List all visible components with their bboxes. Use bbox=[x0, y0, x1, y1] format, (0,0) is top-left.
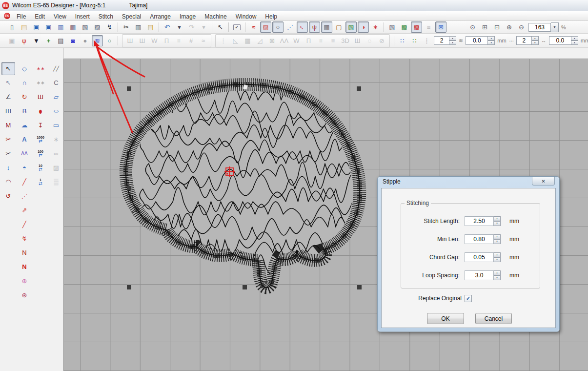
circle-fill-button[interactable]: ● bbox=[80, 35, 91, 46]
ok-button[interactable]: OK bbox=[427, 313, 464, 324]
replace-original-checkbox[interactable]: ✓ bbox=[465, 295, 472, 302]
selection-handle[interactable] bbox=[243, 285, 247, 289]
ring-shape-button[interactable]: ○ bbox=[104, 35, 115, 46]
parallel-template-tool[interactable]: ╱╱ bbox=[49, 62, 63, 75]
stitch-spacing-input-spinner[interactable]: ▴▾ bbox=[488, 36, 495, 45]
needle-exit-button[interactable]: ▼ bbox=[31, 35, 42, 46]
column-shape-tool[interactable]: ● bbox=[34, 104, 47, 118]
cut-needle-tool[interactable]: ✂ bbox=[1, 147, 15, 160]
dots-view-button[interactable]: ⋰ bbox=[284, 21, 296, 33]
scale-10-tool[interactable]: 10⇄ bbox=[34, 161, 47, 174]
close-icon[interactable]: × bbox=[532, 177, 555, 186]
stitch-length-spinner[interactable]: ▴▾ bbox=[494, 216, 501, 226]
stitch-count-input-spinner[interactable]: ▴▾ bbox=[449, 36, 456, 45]
mirror-figures-tool[interactable]: ΔΔ bbox=[18, 147, 31, 160]
reshape-tool[interactable]: ◇ bbox=[18, 62, 31, 75]
needle-points-button[interactable]: ψ bbox=[309, 21, 320, 33]
graded-arrow-button[interactable]: ↔ bbox=[297, 21, 308, 33]
show-palette-button[interactable]: ◑ bbox=[358, 21, 369, 33]
arc-template-tool[interactable]: C bbox=[49, 76, 63, 89]
chord-gap-spinner[interactable]: ▴▾ bbox=[494, 252, 501, 262]
reshape-outline-tool[interactable]: ∩ bbox=[18, 76, 31, 89]
cancel-button[interactable]: Cancel bbox=[475, 313, 512, 324]
loop-spacing-spinner[interactable]: ▴▾ bbox=[494, 270, 501, 280]
zoom-level-input-dropdown[interactable]: ▾ bbox=[551, 22, 559, 32]
polygon-select-button[interactable]: ↖ bbox=[215, 21, 226, 33]
stitch-to-machine-button[interactable]: ▨ bbox=[92, 21, 103, 33]
zoom-find-button[interactable]: ⊙ bbox=[467, 21, 478, 33]
file-open-button[interactable]: ▤ bbox=[19, 21, 30, 33]
zoom-level-input[interactable]: ▾ bbox=[528, 22, 559, 32]
select-tool[interactable]: ↖ bbox=[1, 62, 15, 75]
chord-gap-input[interactable] bbox=[465, 252, 494, 262]
motif-run-tool[interactable]: ⇗ bbox=[18, 204, 31, 217]
undo-dropdown-button[interactable]: ▾ bbox=[174, 21, 185, 33]
stitch-values-tool[interactable]: M bbox=[1, 119, 15, 132]
needle-entry-button[interactable]: ψ bbox=[19, 35, 30, 46]
stitch-spacing-input[interactable]: ▴▾ bbox=[466, 36, 495, 45]
stitch-length-input[interactable] bbox=[465, 216, 494, 226]
machine-connect-button[interactable]: ↯ bbox=[104, 21, 115, 33]
toolbar-separator[interactable]: ШШWΠ|||#≈ bbox=[122, 34, 211, 47]
closed-shape-tool[interactable]: ▱ bbox=[49, 90, 63, 103]
satin-sample-button[interactable]: ≈ bbox=[248, 21, 259, 33]
more-options-button[interactable]: ⋮ bbox=[421, 35, 432, 46]
zoom-level-input[interactable] bbox=[528, 23, 551, 32]
stipple-fill-button[interactable]: ≋ bbox=[92, 35, 103, 46]
zoom-in-button[interactable]: ⊕ bbox=[504, 21, 515, 33]
zigzag-run-tool[interactable]: Ш bbox=[1, 104, 15, 118]
add-node-button[interactable]: + bbox=[43, 35, 54, 46]
show-hoop-button[interactable]: ▢ bbox=[333, 21, 345, 33]
menu-edit[interactable]: Edit bbox=[30, 13, 49, 21]
spacing-auto-button[interactable]: ∷ bbox=[397, 35, 408, 46]
selection-handle[interactable] bbox=[127, 285, 131, 289]
lettering-tool[interactable]: A bbox=[18, 133, 31, 146]
my-threads-button[interactable]: ▩ bbox=[411, 21, 422, 33]
stitch-width-input[interactable] bbox=[549, 36, 571, 45]
outline-view-button[interactable]: ○ bbox=[272, 21, 284, 33]
scale-1000-tool[interactable]: 1000⇄ bbox=[34, 133, 47, 146]
copy-button[interactable]: ▥ bbox=[133, 21, 144, 33]
measure-tool[interactable]: ↕ bbox=[1, 161, 15, 174]
menu-window[interactable]: Window bbox=[231, 13, 261, 21]
open-path-digitize-tool[interactable]: ∠ bbox=[1, 90, 15, 103]
menu-image[interactable]: Image bbox=[175, 13, 200, 21]
menu-view[interactable]: View bbox=[49, 13, 71, 21]
lightning-stitch-tool[interactable]: ↯ bbox=[18, 232, 31, 245]
selection-handle[interactable] bbox=[357, 285, 362, 289]
file-save-button[interactable]: ▣ bbox=[31, 21, 42, 33]
menu-help[interactable]: Help bbox=[261, 13, 282, 21]
loop-spacing-input[interactable] bbox=[465, 270, 494, 280]
print-button[interactable]: ▦ bbox=[67, 21, 79, 33]
zoom-out-button[interactable]: ⊖ bbox=[516, 21, 527, 33]
stem-stitch-tool[interactable]: ╱ bbox=[18, 218, 31, 231]
thread-colors-button[interactable]: ▩ bbox=[399, 21, 410, 33]
selection-handle[interactable] bbox=[127, 86, 131, 91]
paste-button[interactable]: ▤ bbox=[145, 21, 156, 33]
undo-button[interactable]: ↶ bbox=[162, 21, 173, 33]
selection-handle[interactable] bbox=[127, 186, 131, 190]
export-machine-file-button[interactable]: ▥ bbox=[55, 21, 66, 33]
stitch-spacing-input[interactable] bbox=[466, 36, 488, 45]
repeat-count-input-spinner[interactable]: ▴▾ bbox=[532, 36, 539, 45]
orbit-ellipse-tool[interactable]: ↺ bbox=[1, 189, 15, 203]
stitch-width-input-spinner[interactable]: ▴▾ bbox=[571, 36, 578, 45]
chain-stitch-tool[interactable]: ⋰ bbox=[18, 189, 31, 203]
zigzag-column-tool[interactable]: Ш bbox=[34, 90, 47, 103]
star-circle-tool[interactable]: ⊕ bbox=[18, 274, 31, 288]
auto-apply-button[interactable]: ✓ bbox=[231, 21, 243, 33]
lettering-off-tool[interactable]: B bbox=[18, 104, 31, 118]
sequence-list-button[interactable]: ▤ bbox=[55, 35, 66, 46]
min-len-spinner[interactable]: ▴▾ bbox=[494, 234, 501, 244]
zoom-box-button[interactable]: ⊡ bbox=[491, 21, 503, 33]
column-n-path-tool[interactable]: N bbox=[18, 260, 31, 273]
rectangle-tool[interactable]: ▭ bbox=[49, 119, 63, 132]
cut-stitches-tool[interactable]: ✂ bbox=[1, 133, 15, 146]
density-button[interactable]: ≡ bbox=[423, 21, 434, 33]
menu-arrange[interactable]: Arrange bbox=[145, 13, 175, 21]
rotate-copy-tool[interactable]: ↻ bbox=[18, 90, 31, 103]
spacing-manual-button[interactable]: ∷ bbox=[409, 35, 420, 46]
zoom-1to1-button[interactable]: ⊞ bbox=[479, 21, 490, 33]
open-n-path-tool[interactable]: N bbox=[18, 246, 31, 259]
stitch-count-input[interactable] bbox=[434, 36, 449, 45]
